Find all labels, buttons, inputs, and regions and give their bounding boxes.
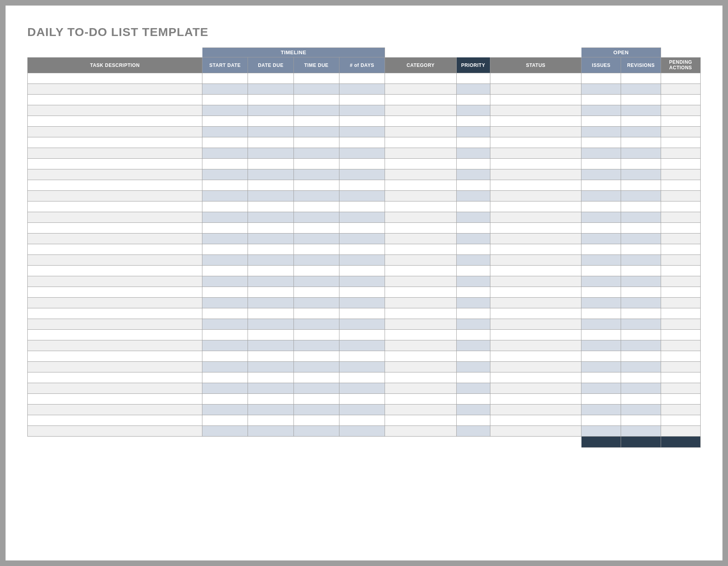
cell-time-due[interactable] bbox=[293, 169, 339, 180]
cell-num-days[interactable] bbox=[339, 201, 385, 212]
cell-issues[interactable] bbox=[581, 127, 621, 137]
cell-num-days[interactable] bbox=[339, 223, 385, 234]
cell-date-due[interactable] bbox=[248, 372, 293, 383]
cell-pending-actions[interactable] bbox=[661, 383, 700, 394]
cell-issues[interactable] bbox=[581, 95, 621, 105]
cell-pending-actions[interactable] bbox=[661, 127, 700, 137]
cell-category[interactable] bbox=[385, 255, 456, 266]
cell-status[interactable] bbox=[490, 276, 581, 287]
cell-date-due[interactable] bbox=[248, 201, 293, 212]
cell-revisions[interactable] bbox=[621, 362, 661, 372]
cell-task-description[interactable] bbox=[28, 340, 202, 351]
cell-priority[interactable] bbox=[456, 255, 490, 266]
cell-revisions[interactable] bbox=[621, 330, 661, 340]
cell-revisions[interactable] bbox=[621, 95, 661, 105]
cell-revisions[interactable] bbox=[621, 84, 661, 95]
cell-task-description[interactable] bbox=[28, 73, 202, 84]
cell-priority[interactable] bbox=[456, 405, 490, 415]
cell-revisions[interactable] bbox=[621, 244, 661, 255]
cell-pending-actions[interactable] bbox=[661, 255, 700, 266]
cell-date-due[interactable] bbox=[248, 234, 293, 244]
cell-revisions[interactable] bbox=[621, 116, 661, 127]
cell-start-date[interactable] bbox=[202, 287, 248, 298]
cell-priority[interactable] bbox=[456, 415, 490, 426]
cell-pending-actions[interactable] bbox=[661, 308, 700, 319]
cell-date-due[interactable] bbox=[248, 276, 293, 287]
cell-pending-actions[interactable] bbox=[661, 137, 700, 148]
cell-pending-actions[interactable] bbox=[661, 394, 700, 405]
cell-priority[interactable] bbox=[456, 73, 490, 84]
cell-pending-actions[interactable] bbox=[661, 415, 700, 426]
cell-pending-actions[interactable] bbox=[661, 95, 700, 105]
cell-start-date[interactable] bbox=[202, 244, 248, 255]
cell-priority[interactable] bbox=[456, 137, 490, 148]
cell-start-date[interactable] bbox=[202, 276, 248, 287]
cell-date-due[interactable] bbox=[248, 159, 293, 169]
cell-status[interactable] bbox=[490, 223, 581, 234]
cell-task-description[interactable] bbox=[28, 372, 202, 383]
cell-revisions[interactable] bbox=[621, 319, 661, 330]
cell-pending-actions[interactable] bbox=[661, 287, 700, 298]
cell-status[interactable] bbox=[490, 266, 581, 276]
cell-priority[interactable] bbox=[456, 394, 490, 405]
cell-num-days[interactable] bbox=[339, 191, 385, 201]
cell-pending-actions[interactable] bbox=[661, 426, 700, 437]
cell-issues[interactable] bbox=[581, 426, 621, 437]
cell-task-description[interactable] bbox=[28, 84, 202, 95]
cell-pending-actions[interactable] bbox=[661, 266, 700, 276]
cell-revisions[interactable] bbox=[621, 223, 661, 234]
cell-revisions[interactable] bbox=[621, 426, 661, 437]
cell-category[interactable] bbox=[385, 148, 456, 159]
cell-pending-actions[interactable] bbox=[661, 405, 700, 415]
cell-issues[interactable] bbox=[581, 105, 621, 116]
cell-time-due[interactable] bbox=[293, 266, 339, 276]
cell-issues[interactable] bbox=[581, 372, 621, 383]
cell-date-due[interactable] bbox=[248, 287, 293, 298]
cell-time-due[interactable] bbox=[293, 330, 339, 340]
cell-pending-actions[interactable] bbox=[661, 116, 700, 127]
cell-issues[interactable] bbox=[581, 212, 621, 223]
cell-revisions[interactable] bbox=[621, 415, 661, 426]
cell-status[interactable] bbox=[490, 287, 581, 298]
cell-start-date[interactable] bbox=[202, 191, 248, 201]
cell-date-due[interactable] bbox=[248, 84, 293, 95]
cell-pending-actions[interactable] bbox=[661, 372, 700, 383]
cell-start-date[interactable] bbox=[202, 234, 248, 244]
cell-task-description[interactable] bbox=[28, 266, 202, 276]
cell-revisions[interactable] bbox=[621, 212, 661, 223]
cell-status[interactable] bbox=[490, 73, 581, 84]
cell-priority[interactable] bbox=[456, 212, 490, 223]
cell-date-due[interactable] bbox=[248, 351, 293, 362]
cell-start-date[interactable] bbox=[202, 330, 248, 340]
cell-revisions[interactable] bbox=[621, 169, 661, 180]
cell-status[interactable] bbox=[490, 116, 581, 127]
cell-status[interactable] bbox=[490, 201, 581, 212]
cell-pending-actions[interactable] bbox=[661, 159, 700, 169]
cell-time-due[interactable] bbox=[293, 426, 339, 437]
cell-date-due[interactable] bbox=[248, 73, 293, 84]
cell-priority[interactable] bbox=[456, 276, 490, 287]
cell-date-due[interactable] bbox=[248, 383, 293, 394]
cell-time-due[interactable] bbox=[293, 191, 339, 201]
cell-pending-actions[interactable] bbox=[661, 276, 700, 287]
cell-pending-actions[interactable] bbox=[661, 84, 700, 95]
cell-pending-actions[interactable] bbox=[661, 191, 700, 201]
cell-task-description[interactable] bbox=[28, 191, 202, 201]
cell-status[interactable] bbox=[490, 234, 581, 244]
cell-category[interactable] bbox=[385, 84, 456, 95]
cell-num-days[interactable] bbox=[339, 426, 385, 437]
cell-start-date[interactable] bbox=[202, 105, 248, 116]
cell-issues[interactable] bbox=[581, 223, 621, 234]
cell-start-date[interactable] bbox=[202, 180, 248, 191]
cell-priority[interactable] bbox=[456, 105, 490, 116]
cell-issues[interactable] bbox=[581, 266, 621, 276]
cell-priority[interactable] bbox=[456, 287, 490, 298]
cell-pending-actions[interactable] bbox=[661, 223, 700, 234]
cell-num-days[interactable] bbox=[339, 415, 385, 426]
cell-priority[interactable] bbox=[456, 298, 490, 308]
cell-start-date[interactable] bbox=[202, 148, 248, 159]
cell-issues[interactable] bbox=[581, 351, 621, 362]
cell-date-due[interactable] bbox=[248, 180, 293, 191]
cell-priority[interactable] bbox=[456, 340, 490, 351]
cell-num-days[interactable] bbox=[339, 340, 385, 351]
